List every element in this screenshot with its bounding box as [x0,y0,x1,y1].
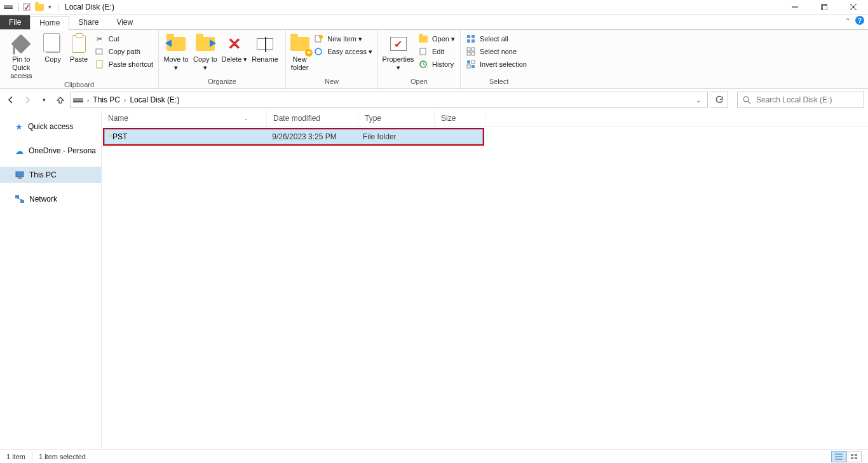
delete-label: Delete ▾ [222,55,248,64]
up-button[interactable] [53,93,67,107]
svg-rect-39 [851,454,853,456]
nav-network[interactable]: Network [0,191,101,207]
column-headers: Name ⌄ Date modified Type Size [102,111,868,127]
help-icon[interactable]: ? [855,16,864,25]
column-header-size[interactable]: Size [435,111,485,126]
properties-icon: ✔ [388,34,409,54]
copy-label: Copy [44,55,61,64]
file-date: 9/26/2023 3:25 PM [266,132,356,141]
star-icon: ★ [15,122,23,132]
address-bar[interactable]: › This PC › Local Disk (E:) ⌄ [70,92,708,108]
nav-quick-access[interactable]: ★ Quick access [0,118,101,135]
column-header-name[interactable]: Name ⌄ [102,111,267,126]
search-box[interactable]: Search Local Disk (E:) [737,92,864,108]
address-dropdown-icon[interactable]: ⌄ [692,97,705,104]
svg-rect-23 [467,60,470,64]
large-icons-view-button[interactable] [846,451,862,462]
delete-button[interactable]: ✕ Delete ▾ [220,32,249,64]
select-none-icon [466,46,476,57]
properties-label: Properties▾ [382,55,414,72]
svg-rect-15 [467,35,470,38]
open-button[interactable]: Open ▾ [418,34,455,44]
nav-this-pc[interactable]: This PC [0,167,101,183]
tab-home[interactable]: Home [30,16,69,30]
address-row: ▾ › This PC › Local Disk (E:) ⌄ Search L… [0,89,868,111]
move-to-button[interactable]: Move to ▾ [161,32,191,72]
copy-to-label: Copy to ▾ [191,55,220,72]
collapse-ribbon-icon[interactable]: ⌃ [845,17,850,24]
properties-qat-icon[interactable] [22,2,32,12]
cut-button[interactable]: ✂ Cut [95,34,153,44]
breadcrumb-sep-icon[interactable]: › [124,97,126,104]
folder-qat-icon[interactable] [34,2,44,12]
quick-access-toolbar: ▾ Local Disk (E:) [0,2,114,12]
new-item-icon [313,34,323,44]
maximize-button[interactable] [810,0,839,15]
window-title: Local Disk (E:) [65,3,114,11]
status-bar: 1 item 1 item selected [0,449,868,463]
details-view-button[interactable] [831,451,846,462]
qat-separator [18,3,19,11]
history-button[interactable]: History [418,59,455,69]
recent-locations-button[interactable]: ▾ [37,93,51,107]
paste-shortcut-button[interactable]: Paste shortcut [95,59,153,69]
qat-dropdown-icon[interactable]: ▾ [48,4,51,10]
svg-rect-28 [73,101,83,102]
group-label-organize: Organize [161,77,283,88]
new-item-button[interactable]: New item ▾ [313,34,372,44]
forward-button[interactable] [20,93,34,107]
file-row-pst[interactable]: PST 9/26/2023 3:25 PM File folder [104,129,483,144]
breadcrumb-sep-icon[interactable]: › [87,97,89,104]
group-new: ✦ New folder New item ▾ Easy access ▾ [286,30,378,88]
group-label-open: Open [381,77,458,88]
copy-path-button[interactable]: Copy path [95,46,153,57]
status-selected-count: 1 item selected [39,453,86,460]
monitor-icon [15,171,24,179]
history-icon [418,59,428,69]
nav-this-pc-label: This PC [29,170,57,179]
edit-button[interactable]: Edit [418,46,455,57]
col-name-label: Name [108,114,128,123]
invert-selection-button[interactable]: Invert selection [466,59,527,69]
easy-access-button[interactable]: Easy access ▾ [313,46,372,57]
svg-rect-26 [471,65,475,68]
svg-rect-16 [471,35,475,38]
ribbon-tab-strip: File Home Share View ⌃ ? [0,15,868,30]
sort-indicator-icon: ⌄ [244,116,248,121]
copy-to-icon [195,34,215,54]
svg-rect-9 [97,60,102,68]
edit-icon [418,46,428,57]
back-button[interactable] [4,93,18,107]
tab-file[interactable]: File [0,15,30,29]
ribbon: Pin to Quick access Copy Paste ✂ Cut [0,30,868,89]
copy-to-button[interactable]: Copy to ▾ [191,32,220,72]
breadcrumb-local-disk[interactable]: Local Disk (E:) [130,95,179,104]
cut-label: Cut [109,35,119,43]
column-header-type[interactable]: Type [358,111,435,126]
select-all-button[interactable]: Select all [466,34,527,44]
new-folder-button[interactable]: ✦ New folder [288,32,311,72]
tab-share[interactable]: Share [69,15,107,29]
breadcrumb-this-pc[interactable]: This PC [93,95,120,104]
rename-button[interactable]: Rename [249,32,281,64]
properties-button[interactable]: ✔ Properties▾ [381,32,416,72]
nav-onedrive[interactable]: ☁ OneDrive - Persona [0,142,101,159]
paste-button[interactable]: Paste [66,32,92,64]
svg-point-11 [319,35,323,39]
paste-icon [69,34,89,54]
history-label: History [432,60,454,68]
pin-label: Pin to Quick access [3,55,40,80]
svg-rect-5 [822,5,827,10]
select-none-button[interactable]: Select none [466,46,527,57]
paste-shortcut-label: Paste shortcut [109,60,153,68]
refresh-button[interactable] [710,92,728,108]
close-button[interactable] [839,0,868,15]
column-header-date[interactable]: Date modified [267,111,358,126]
tab-view[interactable]: View [107,15,142,29]
rename-icon [255,34,275,54]
copy-button[interactable]: Copy [40,32,66,64]
minimize-button[interactable] [780,0,810,15]
svg-rect-19 [467,48,470,51]
search-placeholder: Search Local Disk (E:) [756,95,832,104]
pin-to-quick-access-button[interactable]: Pin to Quick access [3,32,40,80]
